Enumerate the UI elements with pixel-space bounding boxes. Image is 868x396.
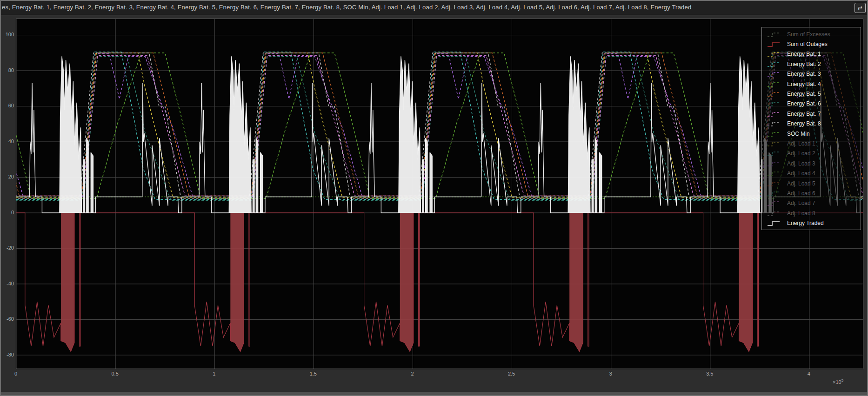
y-tick-100: 100 <box>1 32 14 37</box>
x-tick-4: 4 <box>800 371 818 376</box>
legend-swatch-icon <box>767 200 782 206</box>
legend-item-adj-load-5[interactable]: Adj. Load 5 <box>762 178 861 188</box>
titlebar: es, Energy Bat. 1, Energy Bat. 2, Energy… <box>1 1 867 15</box>
legend-item-energy-bat-4[interactable]: Energy Bat. 4 <box>762 79 861 89</box>
legend-item-energy-bat-2[interactable]: Energy Bat. 2 <box>762 59 861 69</box>
legend-item-energy-bat-6[interactable]: Energy Bat. 6 <box>762 99 861 109</box>
y-tick--20: -20 <box>1 245 14 251</box>
legend-label: Adj. Load 8 <box>782 210 815 217</box>
y-tick-20: 20 <box>1 174 14 179</box>
legend-item-adj-load-4[interactable]: Adj. Load 4 <box>762 168 861 178</box>
plot-canvas[interactable] <box>16 19 863 369</box>
legend-label: Adj. Load 2 <box>782 150 815 157</box>
x-tick-3: 3 <box>601 371 620 376</box>
legend-swatch-icon <box>767 100 782 107</box>
expand-plot-button[interactable]: ⇄ <box>855 3 866 13</box>
legend-swatch-icon <box>767 170 782 177</box>
legend-label: Sum of Outages <box>782 41 828 47</box>
x-tick-0: 0 <box>7 371 25 376</box>
legend-label: Sum of Excesses <box>782 31 830 38</box>
legend-swatch-icon <box>767 120 782 127</box>
legend-item-energy-traded[interactable]: Energy Traded <box>762 218 861 228</box>
legend-label: Energy Bat. 7 <box>782 111 821 117</box>
x-axis-multiplier: ×105 <box>833 378 843 385</box>
legend-swatch-icon <box>767 61 782 67</box>
legend-swatch-icon <box>767 220 782 226</box>
legend-swatch-icon <box>767 140 782 147</box>
x-tick-2: 2 <box>403 371 421 376</box>
legend-label: Energy Bat. 2 <box>782 61 821 67</box>
legend-label: Adj. Load 6 <box>782 190 815 197</box>
window-bottom-edge <box>1 392 867 395</box>
legend-item-adj-load-1[interactable]: Adj. Load 1 <box>762 139 861 148</box>
legend-label: Energy Traded <box>782 220 824 226</box>
legend-item-sum-of-excesses[interactable]: Sum of Excesses <box>762 29 861 39</box>
legend-swatch-icon <box>767 51 782 57</box>
legend-swatch-icon <box>767 111 782 117</box>
legend-swatch-icon <box>767 41 782 47</box>
legend-item-energy-bat-3[interactable]: Energy Bat. 3 <box>762 69 861 79</box>
legend-item-energy-bat-5[interactable]: Energy Bat. 5 <box>762 89 861 99</box>
signal-list-title: es, Energy Bat. 1, Energy Bat. 2, Energy… <box>1 1 691 11</box>
legend-label: Adj. Load 5 <box>782 180 815 187</box>
legend-label: Adj. Load 7 <box>782 200 815 206</box>
chart-svg <box>16 19 863 369</box>
y-tick-60: 60 <box>1 103 14 108</box>
x-tick-1: 1 <box>205 371 223 376</box>
legend-item-adj-load-3[interactable]: Adj. Load 3 <box>762 158 861 168</box>
legend-swatch-icon <box>767 81 782 87</box>
legend-item-energy-bat-8[interactable]: Energy Bat. 8 <box>762 119 861 129</box>
legend-label: Energy Bat. 4 <box>782 81 821 87</box>
legend-label: Adj. Load 3 <box>782 160 815 167</box>
legend-swatch-icon <box>767 150 782 157</box>
legend-item-adj-load-6[interactable]: Adj. Load 6 <box>762 188 861 198</box>
legend-item-adj-load-2[interactable]: Adj. Load 2 <box>762 149 861 158</box>
series-sum-of-outages <box>16 213 863 351</box>
x-tick-1.5: 1.5 <box>304 371 322 376</box>
y-tick-80: 80 <box>1 67 14 73</box>
y-tick--60: -60 <box>1 316 14 322</box>
legend-swatch-icon <box>767 210 782 217</box>
x-tick-0.5: 0.5 <box>106 371 124 376</box>
legend-item-energy-bat-1[interactable]: Energy Bat. 1 <box>762 49 861 59</box>
y-tick-40: 40 <box>1 139 14 144</box>
legend-label: Adj. Load 4 <box>782 170 815 177</box>
y-tick--80: -80 <box>1 352 14 357</box>
legend-swatch-icon <box>767 190 782 197</box>
legend-item-sum-of-outages[interactable]: Sum of Outages <box>762 39 861 49</box>
legend-item-soc-min[interactable]: SOC Min <box>762 129 861 139</box>
legend-swatch-icon <box>767 131 782 137</box>
x-tick-3.5: 3.5 <box>701 371 719 376</box>
legend-label: Adj. Load 1 <box>782 140 815 147</box>
data-inspector-window: es, Energy Bat. 1, Energy Bat. 2, Energy… <box>0 0 868 396</box>
legend-item-energy-bat-7[interactable]: Energy Bat. 7 <box>762 109 861 119</box>
legend-swatch-icon <box>767 160 782 167</box>
y-tick--40: -40 <box>1 281 14 286</box>
legend-item-adj-load-7[interactable]: Adj. Load 7 <box>762 198 861 208</box>
legend-swatch-icon <box>767 31 782 38</box>
legend-swatch-icon <box>767 71 782 77</box>
legend-swatch-icon <box>767 180 782 187</box>
legend-swatch-icon <box>767 91 782 97</box>
legend-item-adj-load-8[interactable]: Adj. Load 8 <box>762 208 861 218</box>
legend-label: Energy Bat. 3 <box>782 71 821 77</box>
legend: Sum of ExcessesSum of OutagesEnergy Bat.… <box>761 27 861 230</box>
series-energy-traded <box>16 56 863 213</box>
legend-label: Energy Bat. 8 <box>782 120 821 127</box>
legend-label: Energy Bat. 5 <box>782 91 821 97</box>
legend-label: SOC Min <box>782 131 810 137</box>
legend-label: Energy Bat. 6 <box>782 100 821 107</box>
expand-icon: ⇄ <box>858 5 862 11</box>
x-tick-2.5: 2.5 <box>502 371 521 376</box>
legend-label: Energy Bat. 1 <box>782 51 821 57</box>
y-tick-0: 0 <box>1 210 14 215</box>
